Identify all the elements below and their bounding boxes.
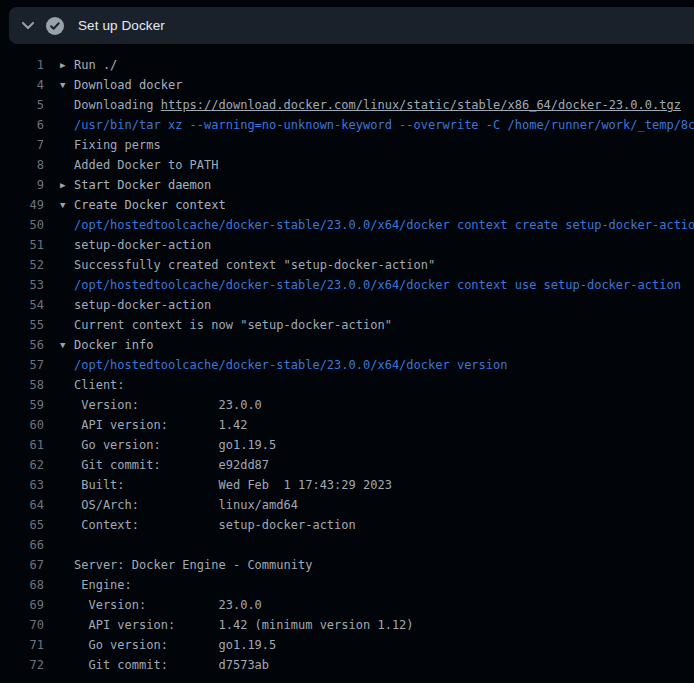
- line-number[interactable]: 8: [0, 155, 44, 175]
- line-number[interactable]: 51: [0, 235, 44, 255]
- line-number[interactable]: 5: [0, 95, 44, 115]
- line-number[interactable]: 69: [0, 595, 44, 615]
- line-number[interactable]: 62: [0, 455, 44, 475]
- line-number[interactable]: 55: [0, 315, 44, 335]
- line-content: [60, 535, 74, 555]
- line-number[interactable]: 71: [0, 635, 44, 655]
- step-title: Set up Docker: [78, 18, 165, 33]
- log-text: Built: Wed Feb 1 17:43:29 2023: [74, 478, 392, 492]
- group-title[interactable]: Start Docker daemon: [74, 178, 211, 192]
- log-text: Engine:: [74, 578, 132, 592]
- line-number[interactable]: 72: [0, 655, 44, 675]
- log-text: Added Docker to PATH: [74, 158, 219, 172]
- group-title[interactable]: Run ./: [74, 58, 117, 72]
- group-title[interactable]: Download docker: [74, 78, 182, 92]
- line-content: Added Docker to PATH: [60, 155, 219, 175]
- line-content: API version: 1.42: [60, 415, 247, 435]
- line-number[interactable]: 9: [0, 175, 44, 195]
- log-line: 54setup-docker-action: [0, 295, 694, 315]
- line-number[interactable]: 61: [0, 435, 44, 455]
- line-number[interactable]: 4: [0, 75, 44, 95]
- chevron-down-icon[interactable]: [21, 19, 35, 33]
- log-line: 63 Built: Wed Feb 1 17:43:29 2023: [0, 475, 694, 495]
- log-line: 64 OS/Arch: linux/amd64: [0, 495, 694, 515]
- line-content: Go version: go1.19.5: [60, 435, 276, 455]
- log-text: API version: 1.42 (minimum version 1.12): [74, 618, 414, 632]
- log-line: 68 Engine:: [0, 575, 694, 595]
- group-title[interactable]: Docker info: [74, 338, 153, 352]
- line-content: /opt/hostedtoolcache/docker-stable/23.0.…: [60, 355, 507, 375]
- log-line: 7Fixing perms: [0, 135, 694, 155]
- command-text: /opt/hostedtoolcache/docker-stable/23.0.…: [74, 358, 507, 372]
- line-number[interactable]: 66: [0, 535, 44, 555]
- line-content: Successfully created context "setup-dock…: [60, 255, 435, 275]
- check-circle-icon: [46, 17, 64, 35]
- log-text: Version: 23.0.0: [74, 398, 262, 412]
- line-number[interactable]: 7: [0, 135, 44, 155]
- log-line: 49▼Create Docker context: [0, 195, 694, 215]
- line-content: ▶Run ./: [60, 55, 117, 75]
- line-content: Version: 23.0.0: [60, 395, 262, 415]
- line-content: Server: Docker Engine - Community: [60, 555, 312, 575]
- line-number[interactable]: 54: [0, 295, 44, 315]
- line-number[interactable]: 52: [0, 255, 44, 275]
- log-line: 71 Go version: go1.19.5: [0, 635, 694, 655]
- line-number[interactable]: 60: [0, 415, 44, 435]
- line-number[interactable]: 53: [0, 275, 44, 295]
- log-text: Go version: go1.19.5: [74, 638, 276, 652]
- line-number[interactable]: 56: [0, 335, 44, 355]
- line-content: Fixing perms: [60, 135, 161, 155]
- log-text: Current context is now "setup-docker-act…: [74, 318, 392, 332]
- download-url-link[interactable]: https://download.docker.com/linux/static…: [161, 98, 681, 112]
- line-content: API version: 1.42 (minimum version 1.12): [60, 615, 414, 635]
- log-line: 61 Go version: go1.19.5: [0, 435, 694, 455]
- line-content: setup-docker-action: [60, 295, 211, 315]
- log-text: Git commit: d7573ab: [74, 658, 269, 672]
- log-line: 60 API version: 1.42: [0, 415, 694, 435]
- line-content: Current context is now "setup-docker-act…: [60, 315, 392, 335]
- line-number[interactable]: 67: [0, 555, 44, 575]
- log-line: 53/opt/hostedtoolcache/docker-stable/23.…: [0, 275, 694, 295]
- line-content: Context: setup-docker-action: [60, 515, 356, 535]
- line-number[interactable]: 57: [0, 355, 44, 375]
- log-text: setup-docker-action: [74, 238, 211, 252]
- line-number[interactable]: 6: [0, 115, 44, 135]
- line-number[interactable]: 50: [0, 215, 44, 235]
- line-number[interactable]: 59: [0, 395, 44, 415]
- line-number[interactable]: 1: [0, 55, 44, 75]
- log-line: 51setup-docker-action: [0, 235, 694, 255]
- line-number[interactable]: 70: [0, 615, 44, 635]
- line-number[interactable]: 64: [0, 495, 44, 515]
- log-text: Fixing perms: [74, 138, 161, 152]
- log-line: 56▼Docker info: [0, 335, 694, 355]
- log-text: Downloading: [74, 98, 161, 112]
- log-line: 59 Version: 23.0.0: [0, 395, 694, 415]
- log-line: 57/opt/hostedtoolcache/docker-stable/23.…: [0, 355, 694, 375]
- log-line: 69 Version: 23.0.0: [0, 595, 694, 615]
- log-text: Server: Docker Engine - Community: [74, 558, 312, 572]
- step-header[interactable]: Set up Docker: [9, 7, 694, 44]
- caret-down-icon[interactable]: ▼: [60, 195, 74, 215]
- line-content: /opt/hostedtoolcache/docker-stable/23.0.…: [60, 215, 694, 235]
- log-line: 50/opt/hostedtoolcache/docker-stable/23.…: [0, 215, 694, 235]
- log-text: Context: setup-docker-action: [74, 518, 356, 532]
- log-text: API version: 1.42: [74, 418, 247, 432]
- caret-right-icon[interactable]: ▶: [60, 175, 74, 195]
- caret-down-icon[interactable]: ▼: [60, 75, 74, 95]
- caret-right-icon[interactable]: ▶: [60, 55, 74, 75]
- log-text: Git commit: e92dd87: [74, 458, 269, 472]
- line-number[interactable]: 65: [0, 515, 44, 535]
- line-number[interactable]: 58: [0, 375, 44, 395]
- line-number[interactable]: 68: [0, 575, 44, 595]
- line-number[interactable]: 49: [0, 195, 44, 215]
- log-text: Go version: go1.19.5: [74, 438, 276, 452]
- line-content: /usr/bin/tar xz --warning=no-unknown-key…: [60, 115, 694, 135]
- line-content: Built: Wed Feb 1 17:43:29 2023: [60, 475, 392, 495]
- caret-down-icon[interactable]: ▼: [60, 335, 74, 355]
- group-title[interactable]: Create Docker context: [74, 198, 226, 212]
- line-number[interactable]: 63: [0, 475, 44, 495]
- line-content: Git commit: d7573ab: [60, 655, 269, 675]
- line-content: ▶Start Docker daemon: [60, 175, 211, 195]
- log-line: 6/usr/bin/tar xz --warning=no-unknown-ke…: [0, 115, 694, 135]
- log-line: 5Downloading https://download.docker.com…: [0, 95, 694, 115]
